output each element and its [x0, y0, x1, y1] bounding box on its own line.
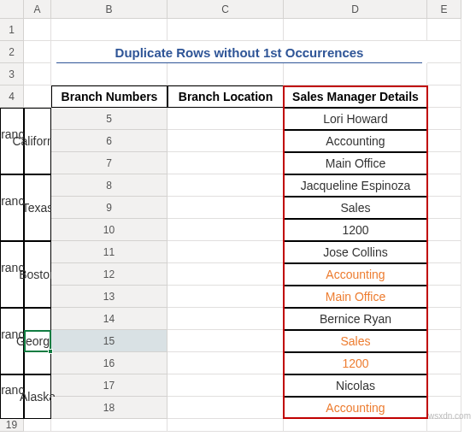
cell[interactable]	[51, 19, 167, 41]
cell[interactable]	[427, 419, 461, 432]
cell[interactable]	[284, 419, 427, 432]
detail-cell-duplicate[interactable]: Accounting	[284, 263, 427, 286]
cell[interactable]	[427, 41, 461, 63]
cell[interactable]	[24, 19, 51, 41]
header-branch-location[interactable]: Branch Location	[167, 85, 284, 108]
cell[interactable]	[427, 19, 461, 41]
row-head[interactable]: 19	[0, 419, 24, 432]
branch-location[interactable]: Boston	[24, 241, 51, 308]
cell[interactable]	[167, 152, 284, 174]
detail-cell-duplicate[interactable]: Accounting	[284, 397, 427, 419]
detail-cell[interactable]: Accounting	[284, 130, 427, 152]
row-head[interactable]: 6	[51, 130, 167, 152]
col-head-b[interactable]: B	[51, 0, 167, 19]
cell[interactable]	[427, 108, 461, 130]
detail-cell[interactable]: Main Office	[284, 152, 427, 174]
cell[interactable]	[167, 174, 284, 197]
cell[interactable]	[167, 130, 284, 152]
branch-location[interactable]: California	[24, 108, 51, 174]
row-head[interactable]: 2	[0, 41, 24, 63]
row-head[interactable]: 4	[0, 85, 24, 108]
row-head[interactable]: 3	[0, 63, 24, 85]
detail-cell[interactable]: Jacqueline Espinoza	[284, 174, 427, 197]
cell[interactable]	[427, 330, 461, 352]
col-head-c[interactable]: C	[167, 0, 284, 19]
row-head[interactable]: 8	[51, 174, 167, 197]
cell[interactable]	[167, 308, 284, 330]
cell[interactable]	[427, 263, 461, 286]
header-branch-numbers[interactable]: Branch Numbers	[51, 85, 167, 108]
cell[interactable]	[427, 241, 461, 263]
cell[interactable]	[167, 108, 284, 130]
watermark: wsxdn.com	[428, 411, 471, 421]
cell[interactable]	[427, 85, 461, 108]
row-head[interactable]: 1	[0, 19, 24, 41]
row-head[interactable]: 9	[51, 197, 167, 219]
detail-cell-duplicate[interactable]: Sales	[284, 330, 427, 352]
page-title: Duplicate Rows without 1st Occurrences	[51, 41, 427, 63]
detail-cell[interactable]: Nicolas	[284, 374, 427, 397]
detail-cell[interactable]: Jose Collins	[284, 241, 427, 263]
cell[interactable]	[24, 85, 51, 108]
branch-location[interactable]: Texas	[24, 174, 51, 241]
branch-location[interactable]: Georgia	[24, 308, 51, 374]
row-head[interactable]: 7	[51, 152, 167, 174]
cell[interactable]	[167, 352, 284, 374]
header-sales-manager-details[interactable]: Sales Manager Details	[284, 85, 427, 108]
select-all-corner[interactable]	[0, 0, 24, 19]
col-head-e[interactable]: E	[427, 0, 461, 19]
row-head[interactable]: 14	[51, 308, 167, 330]
detail-cell[interactable]: 1200	[284, 219, 427, 241]
row-head-selected[interactable]: 15	[51, 330, 167, 352]
cell[interactable]	[427, 352, 461, 374]
detail-cell[interactable]: Bernice Ryan	[284, 308, 427, 330]
cell[interactable]	[51, 419, 167, 432]
row-head[interactable]: 5	[51, 108, 167, 130]
row-head[interactable]: 11	[51, 241, 167, 263]
cell[interactable]	[427, 286, 461, 308]
cell[interactable]	[427, 174, 461, 197]
branch-number[interactable]: Branch 2	[0, 174, 24, 241]
cell[interactable]	[24, 419, 51, 432]
cell[interactable]	[427, 197, 461, 219]
row-head[interactable]: 16	[51, 352, 167, 374]
cell[interactable]	[167, 19, 284, 41]
spreadsheet-grid[interactable]: A B C D E 1 2 Duplicate Rows without 1st…	[0, 0, 476, 432]
cell[interactable]	[167, 419, 284, 432]
cell[interactable]	[284, 19, 427, 41]
col-head-a[interactable]: A	[24, 0, 51, 19]
detail-cell-duplicate[interactable]: Main Office	[284, 286, 427, 308]
cell[interactable]	[427, 219, 461, 241]
row-head[interactable]: 13	[51, 286, 167, 308]
cell[interactable]	[167, 330, 284, 352]
cell[interactable]	[427, 63, 461, 85]
cell[interactable]	[427, 308, 461, 330]
detail-cell-duplicate[interactable]: 1200	[284, 352, 427, 374]
row-head[interactable]: 18	[51, 397, 167, 419]
cell[interactable]	[167, 197, 284, 219]
row-head[interactable]: 10	[51, 219, 167, 241]
cell[interactable]	[51, 63, 167, 85]
cell[interactable]	[167, 241, 284, 263]
cell[interactable]	[167, 397, 284, 419]
col-head-d[interactable]: D	[284, 0, 427, 19]
cell[interactable]	[24, 63, 51, 85]
detail-cell[interactable]: Lori Howard	[284, 108, 427, 130]
cell[interactable]	[167, 63, 284, 85]
detail-cell[interactable]: Sales	[284, 197, 427, 219]
row-head[interactable]: 17	[51, 374, 167, 397]
branch-location[interactable]: Alaska	[24, 374, 51, 419]
row-head[interactable]: 12	[51, 263, 167, 286]
cell[interactable]	[167, 286, 284, 308]
cell[interactable]	[167, 219, 284, 241]
cell[interactable]	[24, 41, 51, 63]
cell[interactable]	[167, 374, 284, 397]
cell[interactable]	[427, 374, 461, 397]
cell[interactable]	[167, 263, 284, 286]
fill-handle[interactable]	[48, 349, 53, 354]
cell[interactable]	[284, 63, 427, 85]
cell[interactable]	[427, 130, 461, 152]
cell[interactable]	[427, 152, 461, 174]
